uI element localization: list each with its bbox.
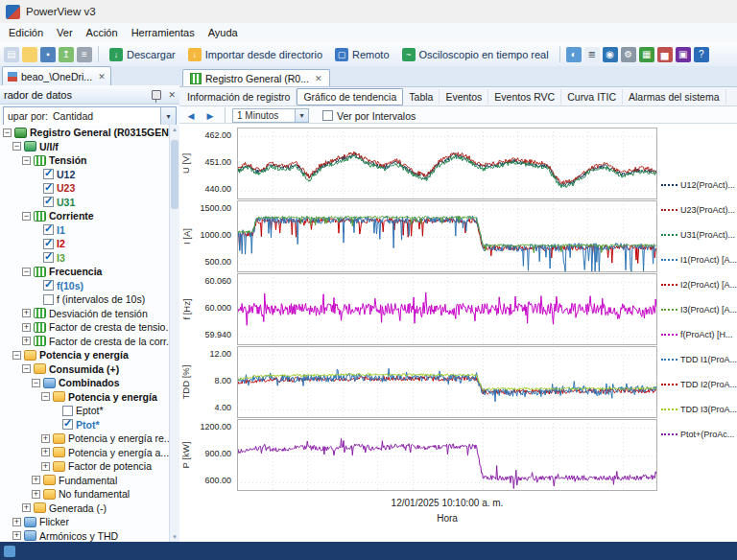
collapse-icon[interactable]: −: [32, 379, 40, 387]
globe-icon[interactable]: ◉: [603, 47, 618, 62]
tree-item[interactable]: −Corriente: [0, 209, 170, 223]
tree-item[interactable]: +No fundamental: [0, 487, 170, 502]
close-icon[interactable]: ✕: [315, 74, 322, 83]
tree-item[interactable]: +Armónicos y THD: [0, 529, 170, 543]
menu-item-accin[interactable]: Acción: [80, 25, 125, 40]
pin-icon[interactable]: [152, 90, 161, 100]
tab-informaci-n-de-registro[interactable]: Información de registro: [181, 89, 297, 105]
tree-item[interactable]: f(10s): [0, 279, 170, 293]
back-button[interactable]: ◀: [183, 108, 199, 123]
menu-item-edicin[interactable]: Edición: [2, 25, 50, 40]
expand-icon[interactable]: +: [22, 337, 31, 345]
trend-chart-canvas[interactable]: [237, 419, 657, 491]
collapse-icon[interactable]: −: [22, 364, 31, 373]
tree-item[interactable]: f (intervalos de 10s): [0, 292, 170, 307]
menu-item-herramientas[interactable]: Herramientas: [125, 25, 202, 40]
tree-checkbox[interactable]: [43, 280, 54, 291]
chevron-down-icon[interactable]: ▾: [160, 107, 176, 125]
import-button[interactable]: ↓Importar desde directorio: [183, 46, 327, 63]
tree-item[interactable]: +Flicker: [0, 515, 170, 529]
expand-icon[interactable]: +: [41, 462, 50, 471]
expand-icon[interactable]: +: [32, 490, 40, 499]
chart-icon[interactable]: ▅: [657, 47, 673, 62]
tree-item[interactable]: −Potencia y energía: [0, 390, 170, 405]
download-button[interactable]: ↓Descargar: [105, 46, 180, 63]
tab-gr-fico-de-tendencia[interactable]: Gráfico de tendencia: [297, 88, 403, 105]
trend-chart-canvas[interactable]: [237, 128, 657, 199]
tree-item[interactable]: −Consumida (+): [0, 362, 170, 377]
close-icon[interactable]: ✕: [98, 72, 106, 82]
tree-item[interactable]: +Potencia y energía a...: [0, 446, 170, 460]
group-by-combo[interactable]: upar por: Cantidad ▾: [3, 106, 177, 126]
tree-checkbox[interactable]: [43, 197, 54, 207]
menu-item-ayuda[interactable]: Ayuda: [202, 25, 245, 40]
scroll-up-icon[interactable]: ▲: [170, 127, 179, 132]
oscilloscope-button[interactable]: ~Osciloscopio en tiempo real: [397, 46, 554, 63]
report-icon[interactable]: ≣: [584, 47, 600, 62]
tree-item[interactable]: U31: [0, 196, 170, 210]
tree-checkbox[interactable]: [43, 183, 54, 194]
tree-item[interactable]: −Potencia y energía: [0, 348, 170, 362]
tree-scrollbar[interactable]: ▲ ▼: [169, 125, 179, 542]
tree-item[interactable]: I2: [0, 237, 170, 251]
tab-alarmas-del-sistema[interactable]: Alarmas del sistema: [623, 89, 726, 105]
snapshot-icon[interactable]: ▣: [676, 47, 691, 62]
expand-icon[interactable]: +: [41, 448, 50, 456]
tab-eventos-rvc[interactable]: Eventos RVC: [488, 89, 561, 105]
gear-icon[interactable]: ⚙: [621, 47, 636, 62]
collapse-icon[interactable]: −: [12, 142, 21, 151]
tree-item[interactable]: +Factor de cresta de tensio...: [0, 320, 170, 335]
scrollbar-thumb[interactable]: [171, 140, 178, 209]
collapse-icon[interactable]: −: [22, 212, 31, 221]
tree-checkbox[interactable]: [62, 406, 73, 416]
help-icon[interactable]: ?: [694, 47, 709, 62]
grid-icon[interactable]: ▦: [639, 47, 654, 62]
tree-item[interactable]: +Desviación de tensión: [0, 307, 170, 321]
expand-icon[interactable]: +: [12, 531, 21, 540]
clock-icon[interactable]: ◐: [566, 47, 582, 62]
tree-item[interactable]: −Combinados: [0, 376, 170, 390]
print-icon[interactable]: ≡: [77, 47, 92, 62]
expand-icon[interactable]: +: [22, 309, 31, 317]
trend-chart-canvas[interactable]: [237, 200, 657, 272]
tree-item[interactable]: +Fundamental: [0, 474, 170, 488]
tree-item[interactable]: −U/I/f: [0, 140, 170, 154]
interval-combo[interactable]: 1 Minutos ▾: [232, 108, 309, 123]
tab-registro-general[interactable]: Registro General (R0... ✕: [182, 69, 330, 86]
collapse-icon[interactable]: −: [12, 351, 21, 360]
save-icon[interactable]: ▪: [40, 47, 56, 62]
trend-chart-canvas[interactable]: [237, 273, 657, 345]
chevron-down-icon[interactable]: ▾: [295, 109, 308, 122]
tree-checkbox[interactable]: [43, 224, 54, 235]
new-file-icon[interactable]: ▤: [4, 47, 19, 62]
tree-item[interactable]: +Factor de cresta de la corr...: [0, 335, 170, 349]
tree-item[interactable]: Ptot*: [0, 418, 170, 432]
tree-item[interactable]: +Factor de potencia: [0, 459, 170, 474]
remote-button[interactable]: ▢Remoto: [330, 46, 394, 63]
tree-item[interactable]: I1: [0, 223, 170, 238]
menu-item-ver[interactable]: Ver: [50, 25, 80, 40]
tab-tabla[interactable]: Tabla: [403, 89, 440, 105]
tree-checkbox[interactable]: [62, 419, 73, 430]
tree-item[interactable]: −Frecuencia: [0, 265, 170, 279]
expand-icon[interactable]: +: [22, 503, 31, 512]
tree-item[interactable]: −Tensión: [0, 153, 170, 168]
collapse-icon[interactable]: −: [22, 268, 31, 276]
open-folder-icon[interactable]: [22, 47, 37, 62]
tree-item[interactable]: Eptot*: [0, 404, 170, 418]
expand-icon[interactable]: +: [12, 518, 21, 526]
tree-item[interactable]: U23: [0, 181, 170, 196]
tree-checkbox[interactable]: [43, 252, 54, 263]
dock-tab-file[interactable]: beao_\OneDri... ✕: [2, 66, 111, 85]
collapse-icon[interactable]: −: [3, 128, 12, 137]
tree-item[interactable]: U12: [0, 168, 170, 182]
scroll-down-icon[interactable]: ▼: [170, 534, 179, 540]
tree-item[interactable]: +Potencia y energía re...: [0, 432, 170, 446]
tree-item[interactable]: −Registro General (R0315GEN): [0, 126, 170, 140]
trend-chart-canvas[interactable]: [237, 346, 657, 418]
close-icon[interactable]: ✕: [168, 90, 176, 100]
tree-checkbox[interactable]: [43, 239, 54, 249]
export-icon[interactable]: ↥: [59, 47, 74, 62]
expand-icon[interactable]: +: [32, 476, 40, 484]
view-by-intervals-checkbox[interactable]: [322, 110, 333, 121]
